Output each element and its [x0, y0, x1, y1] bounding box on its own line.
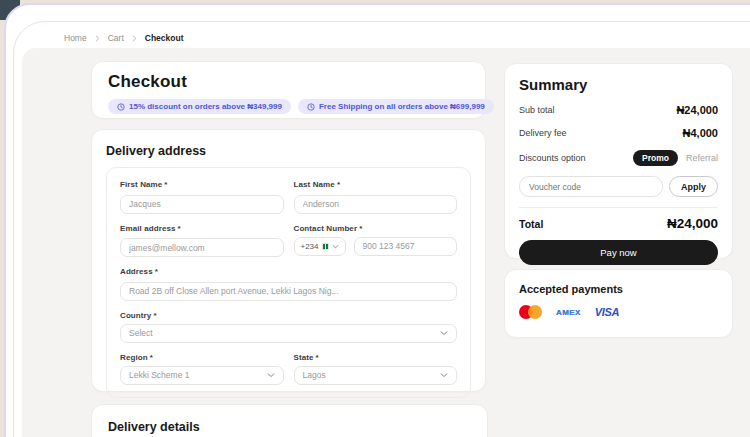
first-name-label: First Name*	[120, 180, 284, 189]
nigeria-flag-icon	[322, 243, 329, 250]
referral-toggle[interactable]: Referral	[686, 153, 718, 163]
discounts-option-row: Discounts option Promo Referral	[519, 150, 718, 166]
breadcrumb-checkout: Checkout	[145, 33, 184, 43]
first-name-input[interactable]	[120, 195, 284, 214]
summary-card: Summary Sub total ₦24,000 Delivery fee ₦…	[504, 63, 733, 259]
address-input[interactable]	[120, 282, 457, 301]
payment-logos: AMEX VISA	[519, 304, 718, 320]
breadcrumb-cart[interactable]: Cart	[108, 33, 124, 43]
chevron-right-icon	[94, 35, 101, 42]
promo-badges: 15% discount on orders above ₦349,999 Fr…	[108, 99, 469, 114]
breadcrumb: Home Cart Checkout	[64, 30, 183, 46]
shipping-promo-text: Free Shipping on all orders above ₦699,9…	[319, 102, 485, 111]
region-field: Region* Lekki Scheme 1	[120, 353, 284, 385]
voucher-code-input[interactable]	[519, 176, 663, 197]
contact-number-label: Contact Number*	[294, 224, 458, 233]
chevron-down-icon	[332, 243, 339, 250]
breadcrumb-home[interactable]: Home	[64, 33, 87, 43]
mastercard-logo-icon	[519, 305, 542, 319]
required-marker: *	[164, 180, 167, 189]
last-name-field: Last Name*	[294, 180, 458, 214]
content-area: Checkout 15% discount on orders above ₦3…	[22, 48, 750, 437]
required-marker: *	[155, 267, 158, 276]
voucher-row: Apply	[519, 176, 718, 197]
checkout-header-card: Checkout 15% discount on orders above ₦3…	[91, 61, 486, 119]
summary-title: Summary	[519, 76, 718, 93]
inner-window-frame: Home Cart Checkout Checkout 15% discount…	[13, 21, 750, 437]
state-select[interactable]: Lagos	[294, 366, 458, 385]
visa-logo-icon: VISA	[595, 306, 619, 318]
country-select-value: Select	[129, 328, 153, 338]
delivery-address-card: Delivery address First Name* Last Name*	[91, 129, 486, 392]
subtotal-label: Sub total	[519, 105, 555, 115]
contact-number-field: Contact Number* +234	[294, 224, 458, 258]
delivery-details-title: Delivery details	[108, 420, 471, 434]
delivery-address-title: Delivery address	[106, 144, 471, 158]
chevron-down-icon	[440, 329, 448, 337]
checkout-page: Home Cart Checkout Checkout 15% discount…	[0, 0, 750, 437]
email-label: Email address*	[120, 224, 284, 233]
chevron-right-icon	[131, 35, 138, 42]
required-marker: *	[316, 353, 319, 362]
address-field: Address*	[120, 267, 457, 301]
last-name-label: Last Name*	[294, 180, 458, 189]
delivery-fee-value: ₦4,000	[683, 127, 718, 139]
country-field: Country* Select	[120, 311, 457, 343]
address-label: Address*	[120, 267, 457, 276]
region-select-value: Lekki Scheme 1	[129, 370, 189, 380]
required-marker: *	[150, 353, 153, 362]
last-name-input[interactable]	[294, 195, 458, 214]
pay-now-button[interactable]: Pay now	[519, 240, 718, 265]
summary-divider	[519, 207, 718, 208]
clock-icon	[307, 103, 315, 111]
discount-promo-badge: 15% discount on orders above ₦349,999	[108, 99, 291, 114]
promo-toggle[interactable]: Promo	[633, 150, 678, 166]
state-select-value: Lagos	[303, 370, 326, 380]
dial-code-select[interactable]: +234	[294, 237, 346, 256]
country-label: Country*	[120, 311, 457, 320]
total-value: ₦24,000	[667, 216, 718, 231]
region-label: Region*	[120, 353, 284, 362]
phone-number-input[interactable]	[354, 237, 458, 256]
required-marker: *	[178, 224, 181, 233]
address-fieldset: First Name* Last Name* Email address*	[106, 167, 471, 398]
delivery-fee-label: Delivery fee	[519, 128, 567, 138]
subtotal-value: ₦24,000	[676, 104, 718, 116]
email-field: Email address*	[120, 224, 284, 258]
first-name-field: First Name*	[120, 180, 284, 214]
subtotal-row: Sub total ₦24,000	[519, 104, 718, 116]
apply-voucher-button[interactable]: Apply	[669, 176, 718, 197]
total-row: Total ₦24,000	[519, 216, 718, 231]
total-label: Total	[519, 218, 543, 230]
country-select[interactable]: Select	[120, 324, 457, 343]
chevron-down-icon	[267, 371, 275, 379]
state-label: State*	[294, 353, 458, 362]
delivery-details-card: Delivery details	[91, 404, 488, 437]
region-select[interactable]: Lekki Scheme 1	[120, 366, 284, 385]
email-input[interactable]	[120, 238, 284, 257]
discounts-option-label: Discounts option	[519, 153, 586, 163]
clock-icon	[117, 103, 125, 111]
state-field: State* Lagos	[294, 353, 458, 385]
accepted-payments-title: Accepted payments	[519, 283, 718, 295]
shipping-promo-badge: Free Shipping on all orders above ₦699,9…	[298, 99, 494, 114]
chevron-down-icon	[440, 371, 448, 379]
required-marker: *	[359, 224, 362, 233]
amex-logo-icon: AMEX	[556, 308, 581, 317]
dial-code: +234	[301, 242, 319, 251]
required-marker: *	[153, 311, 156, 320]
required-marker: *	[337, 180, 340, 189]
page-title: Checkout	[108, 72, 469, 92]
delivery-fee-row: Delivery fee ₦4,000	[519, 127, 718, 139]
discount-promo-text: 15% discount on orders above ₦349,999	[129, 102, 282, 111]
accepted-payments-card: Accepted payments AMEX VISA	[504, 269, 733, 338]
